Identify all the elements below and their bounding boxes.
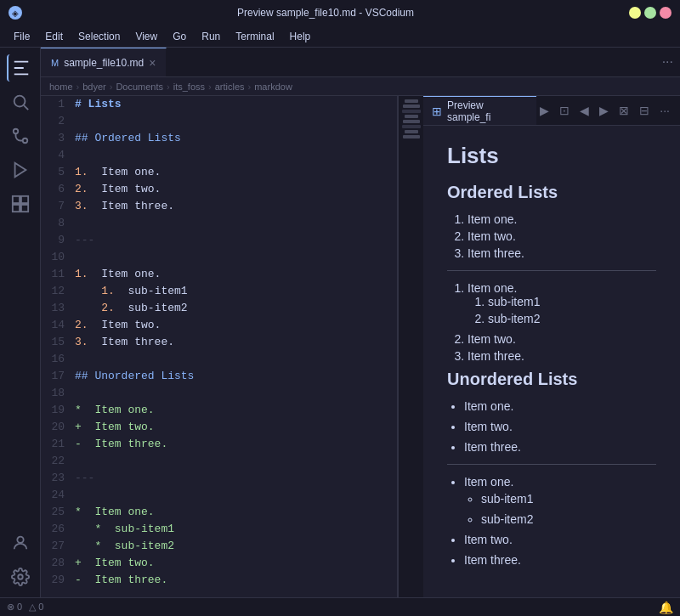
tab-label: sample_file10.md [64,57,144,69]
bell-icon[interactable]: 🔔 [659,601,673,614]
activity-run[interactable] [7,156,34,184]
tab-close-icon[interactable]: × [149,57,156,69]
tabs-row: M sample_file10.md × ··· [41,48,680,77]
preview-split-button[interactable]: ⊠ [615,102,632,119]
code-line-13: 13 2. sub-item2 [41,300,397,317]
breadcrumb-sep4: › [208,82,212,92]
list-item: Item one. [468,212,656,226]
window-controls[interactable] [629,7,672,19]
activity-source-control[interactable] [7,122,34,150]
editor-area: M sample_file10.md × ··· home › bdyer › … [41,48,680,597]
breadcrumb: home › bdyer › Documents › its_foss › ar… [41,77,680,96]
preview-tabs-row: ⊞ Preview sample_fi ▶ ⊡ ◀ ▶ ⊠ ⊟ ··· [423,96,680,126]
titlebar: ◈ Preview sample_file10.md - VSCodium [0,0,680,25]
minimap [398,96,423,597]
code-line-8: 8 [41,215,397,232]
svg-rect-5 [12,196,19,203]
menu-go[interactable]: Go [166,29,193,44]
list-item: sub-item1 [488,295,656,308]
activity-search[interactable] [7,88,34,116]
code-line-29: 29 - Item three. [41,572,397,589]
breadcrumb-home[interactable]: home [49,82,73,92]
preview-h1: Lists [447,143,656,169]
main-layout: M sample_file10.md × ··· home › bdyer › … [0,48,680,597]
preview-nav-back-button[interactable]: ◀ [576,102,592,119]
list-item: Item three. [464,440,656,454]
statusbar-right: 🔔 [659,601,673,614]
menu-view[interactable]: View [128,29,164,44]
code-line-18: 18 [41,385,397,402]
breadcrumb-markdown[interactable]: markdow [254,82,292,92]
minimize-button[interactable] [629,7,641,19]
tab-more-button[interactable]: ··· [655,48,680,76]
warning-count: △ 0 [29,602,43,613]
editor-preview-split: 1 # Lists 2 3 ## Ordered Lists 4 5 [41,96,680,597]
activity-settings[interactable] [7,563,34,591]
svg-rect-6 [20,196,27,203]
menu-terminal[interactable]: Terminal [229,29,280,44]
code-line-26: 26 * sub-item1 [41,521,397,538]
svg-line-1 [24,105,28,110]
list-item: Item two. [464,533,656,546]
list-item: Item three. [468,349,656,363]
preview-ordered-list-2: Item one. sub-item1 sub-item2 Item two. … [447,281,656,363]
preview-panel: ⊞ Preview sample_fi ▶ ⊡ ◀ ▶ ⊠ ⊟ ··· [423,96,680,597]
code-line-27: 27 * sub-item2 [41,538,397,555]
list-item: Item three. [464,553,656,567]
breadcrumb-sep5: › [248,82,252,92]
list-item: Item one. sub-item1 sub-item2 [468,281,656,325]
preview-layout-button[interactable]: ⊟ [636,102,653,119]
code-line-10: 10 [41,249,397,266]
preview-ordered-list-1: Item one. Item two. Item three. [447,212,656,260]
code-line-28: 28 + Item two. [41,555,397,572]
menu-file[interactable]: File [7,29,37,44]
list-item: Item two. [468,229,656,243]
svg-point-3 [22,138,27,144]
breadcrumb-bdyer[interactable]: bdyer [82,82,106,92]
close-button[interactable] [660,7,672,19]
breadcrumb-documents[interactable]: Documents [116,82,163,92]
preview-nav-forward-button[interactable]: ▶ [596,102,612,119]
breadcrumb-its-foss[interactable]: its_foss [173,82,205,92]
svg-marker-4 [14,163,26,178]
menu-selection[interactable]: Selection [71,29,127,44]
code-line-11: 11 1. Item one. [41,266,397,283]
code-line-9: 9 --- [41,232,397,249]
menubar: File Edit Selection View Go Run Terminal… [0,25,680,48]
preview-nested-ordered-list: sub-item1 sub-item2 [468,295,656,325]
list-item: Item one. sub-item1 sub-item2 [464,475,656,526]
list-item: Item three. [468,246,656,260]
maximize-button[interactable] [644,7,656,19]
code-line-12: 12 1. sub-item1 [41,283,397,300]
code-line-4: 4 [41,147,397,164]
list-item: sub-item1 [481,492,656,506]
code-line-6: 6 2. Item two. [41,181,397,198]
tab-sample-file[interactable]: M sample_file10.md × [41,48,167,76]
preview-tab-icon: ⊞ [432,105,442,118]
breadcrumb-sep1: › [76,82,80,92]
menu-run[interactable]: Run [195,29,227,44]
breadcrumb-sep2: › [110,82,113,92]
list-item: Item two. [468,332,656,346]
activity-account[interactable] [7,529,34,557]
list-item: Item one. [464,399,656,413]
menu-edit[interactable]: Edit [38,29,70,44]
preview-open-source-button[interactable]: ▶ [536,102,552,119]
svg-point-0 [14,96,25,107]
preview-h2-ordered: Ordered Lists [447,183,656,202]
preview-open-aside-button[interactable]: ⊡ [556,102,573,119]
breadcrumb-articles[interactable]: articles [215,82,245,92]
error-count: ⊗ 0 [7,602,22,613]
code-editor[interactable]: 1 # Lists 2 3 ## Ordered Lists 4 5 [41,96,398,597]
preview-hr-2 [447,464,656,465]
activity-extensions[interactable] [7,190,34,218]
preview-more-button[interactable]: ··· [656,102,673,119]
code-line-24: 24 [41,487,397,504]
code-line-16: 16 [41,351,397,368]
activity-explorer[interactable] [7,54,34,82]
menu-help[interactable]: Help [283,29,318,44]
list-item: sub-item2 [481,512,656,526]
activity-bar [0,48,41,597]
code-line-25: 25 * Item one. [41,504,397,521]
preview-tab[interactable]: ⊞ Preview sample_fi [423,96,536,125]
